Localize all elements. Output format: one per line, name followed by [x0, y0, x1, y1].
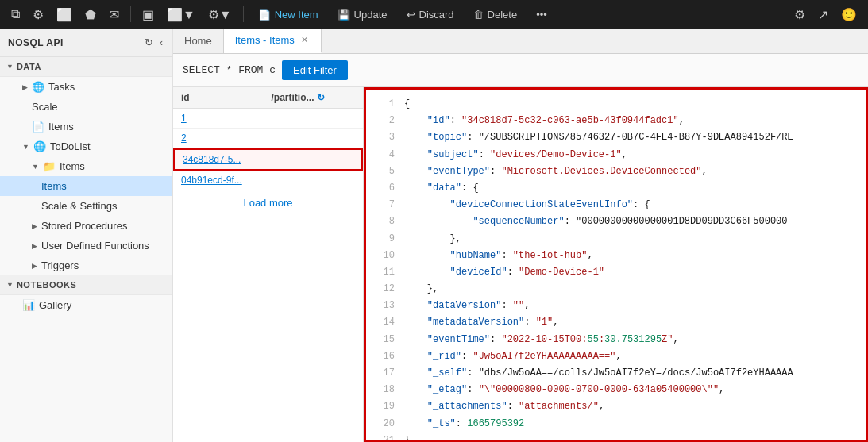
- sidebar-item-tasks[interactable]: ▶ 🌐 Tasks: [0, 77, 172, 97]
- update-label: Update: [354, 9, 388, 21]
- filter-query-text: SELECT * FROM c: [183, 64, 276, 76]
- edit-filter-button[interactable]: Edit Filter: [282, 60, 348, 80]
- new-container-icon[interactable]: ▣: [137, 4, 159, 25]
- todolist-items-chevron-icon: ▼: [32, 163, 39, 171]
- row-id-1: 1: [181, 113, 265, 124]
- list-header: id /partitio... ↻: [173, 87, 363, 109]
- update-icon: 💾: [338, 9, 350, 21]
- sidebar-item-tasks-items[interactable]: 📄 Items: [0, 117, 172, 136]
- notebooks-section-label: NOTEBOOKS: [17, 280, 76, 290]
- tab-close-icon[interactable]: ✕: [299, 34, 310, 46]
- list-row[interactable]: 1: [173, 109, 363, 129]
- configure-icon[interactable]: ⚙▼: [203, 4, 237, 25]
- new-item-icon: 📄: [258, 9, 271, 21]
- github-icon[interactable]: ⬟: [80, 4, 101, 25]
- line-number: 14: [372, 315, 395, 330]
- gallery-label: Gallery: [39, 299, 71, 311]
- json-line: 15 "eventTime": "2022-10-15T00:55:30.753…: [366, 332, 866, 348]
- line-number: 11: [372, 265, 395, 280]
- data-section-header[interactable]: ▼ DATA: [0, 57, 172, 77]
- todolist-items-folder-icon: 📁: [43, 160, 56, 172]
- line-number: 15: [372, 332, 395, 348]
- new-item-button[interactable]: 📄 New Item: [250, 6, 326, 24]
- col-partition-header: /partitio... ↻: [272, 92, 356, 103]
- line-number: 8: [372, 214, 395, 229]
- tab-home[interactable]: Home: [173, 29, 224, 53]
- line-number: 5: [372, 164, 395, 179]
- divider-2: [243, 6, 244, 22]
- tasks-folder-icon: 🌐: [32, 81, 44, 93]
- line-number: 9: [372, 232, 395, 247]
- list-row[interactable]: 04b91ecd-9f...: [173, 171, 363, 190]
- json-line: 17 "_self": "dbs/Jw5oAA==/colls/Jw5oAI7f…: [366, 365, 866, 382]
- json-content[interactable]: 1{2 "id": "34c818d7-5c32-c063-ae5b-43f09…: [366, 90, 866, 440]
- line-number: 20: [372, 417, 395, 432]
- json-line: 21}: [366, 432, 866, 440]
- collapse-sidebar-icon[interactable]: ‹: [158, 35, 164, 50]
- browser-icon[interactable]: ⬜: [52, 4, 77, 25]
- global-settings-icon[interactable]: ⚙: [789, 4, 810, 25]
- sidebar-item-tasks-scale[interactable]: Scale: [0, 97, 172, 117]
- tasks-items-label: Items: [48, 121, 74, 133]
- line-number: 16: [372, 349, 395, 364]
- sidebar-api-title: NOSQL API: [8, 37, 64, 48]
- tasks-label: Tasks: [48, 81, 75, 93]
- tasks-items-icon: 📄: [32, 121, 44, 133]
- json-line: 8 "sequenceNumber": "00000000000000001D8…: [366, 213, 866, 230]
- triggers-chevron-icon: ▶: [32, 262, 37, 270]
- json-line: 19 "_attachments": "attachments/",: [366, 398, 866, 415]
- json-line: 6 "data": {: [366, 180, 866, 197]
- notebooks-section-header[interactable]: ▼ NOTEBOOKS: [0, 275, 172, 295]
- line-number: 3: [372, 130, 395, 145]
- copy-icon[interactable]: ⧉: [6, 4, 25, 25]
- notebooks-chevron-icon: ▼: [6, 281, 14, 289]
- profile-icon[interactable]: 🙂: [836, 4, 862, 25]
- json-line: 2 "id": "34c818d7-5c32-c063-ae5b-43f0944…: [366, 113, 866, 129]
- sidebar-item-stored-procs[interactable]: ▶ Stored Procedures: [0, 216, 172, 236]
- sidebar-item-user-functions[interactable]: ▶ User Defined Functions: [0, 236, 172, 256]
- load-more-button[interactable]: Load more: [173, 190, 363, 215]
- line-number: 2: [372, 113, 395, 129]
- refresh-partition-icon[interactable]: ↻: [317, 92, 325, 103]
- data-section-label: DATA: [17, 62, 41, 71]
- divider-1: [130, 6, 131, 22]
- update-button[interactable]: 💾 Update: [330, 6, 395, 24]
- settings-icon[interactable]: ⚙: [28, 4, 48, 25]
- line-number: 7: [372, 198, 395, 213]
- stored-procs-chevron-icon: ▶: [32, 222, 37, 230]
- json-line: 13 "dataVersion": "",: [366, 298, 866, 314]
- sidebar-item-todolist-items-items[interactable]: Items: [0, 176, 172, 196]
- scale-settings-label: Scale & Settings: [41, 200, 117, 212]
- refresh-sidebar-icon[interactable]: ↻: [143, 35, 155, 50]
- list-row[interactable]: 2: [173, 129, 363, 148]
- line-number: 12: [372, 282, 395, 297]
- tab-items-items[interactable]: Items - Items ✕: [224, 29, 322, 53]
- share-icon[interactable]: ↗: [813, 4, 833, 25]
- sidebar-item-todolist-items-group[interactable]: ▼ 📁 Items: [0, 156, 172, 176]
- row-id-2: 2: [181, 133, 265, 144]
- json-line: 20 "_ts": 1665795392: [366, 416, 866, 432]
- tab-items-items-label: Items - Items: [235, 34, 295, 46]
- feedback-icon[interactable]: ✉: [104, 4, 124, 25]
- row-id-3: 34c818d7-5...: [183, 154, 265, 165]
- line-number: 10: [372, 248, 395, 263]
- line-number: 6: [372, 181, 395, 196]
- open-query-icon[interactable]: ⬜▼: [162, 4, 200, 25]
- sidebar-item-scale-settings[interactable]: Scale & Settings: [0, 196, 172, 216]
- line-number: 13: [372, 298, 395, 313]
- col-id-header: id: [181, 92, 265, 103]
- json-line: 18 "_etag": "\"00000800-0000-0700-0000-6…: [366, 382, 866, 398]
- sidebar-item-gallery[interactable]: 📊 Gallery: [0, 295, 172, 315]
- discard-button[interactable]: ↩ Discard: [399, 6, 462, 24]
- more-options-button[interactable]: •••: [528, 6, 555, 24]
- line-number: 18: [372, 382, 395, 398]
- new-item-label: New Item: [275, 9, 318, 21]
- discard-icon: ↩: [407, 9, 415, 21]
- list-row-highlighted[interactable]: 34c818d7-5...: [173, 148, 363, 171]
- data-panel: id /partitio... ↻ 1 2: [173, 87, 868, 442]
- todolist-items-group-label: Items: [60, 160, 85, 172]
- tasks-chevron-icon: ▶: [22, 83, 28, 91]
- sidebar-item-todolist[interactable]: ▼ 🌐 ToDoList: [0, 136, 172, 156]
- delete-button[interactable]: 🗑 Delete: [465, 6, 526, 24]
- sidebar-item-triggers[interactable]: ▶ Triggers: [0, 256, 172, 275]
